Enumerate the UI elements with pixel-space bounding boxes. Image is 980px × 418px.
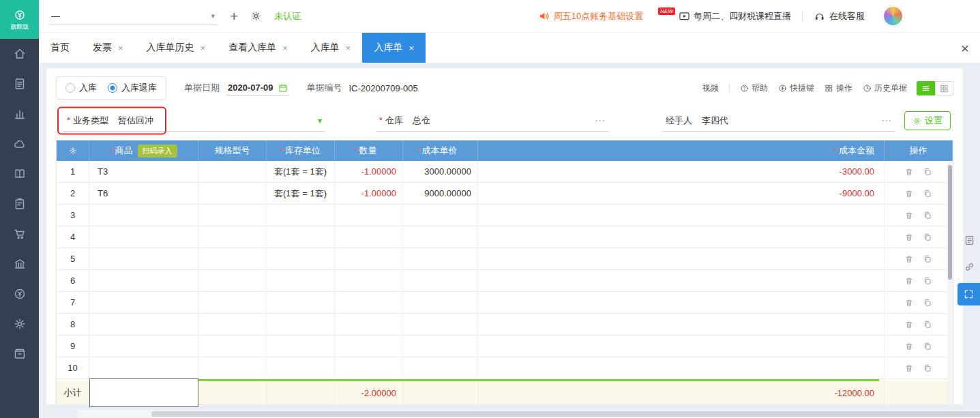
horizontal-scrollbar-thumb[interactable] — [151, 411, 980, 417]
cell-price[interactable] — [403, 270, 478, 291]
delete-row-icon[interactable] — [904, 167, 914, 177]
cell-qty[interactable]: -1.00000 — [335, 161, 403, 182]
cell-unit[interactable] — [267, 314, 335, 335]
business-type-field[interactable]: * 业务类型 暂估回冲 ▾ — [64, 110, 325, 132]
account-set-select[interactable]: — ▾ — [48, 8, 218, 25]
link-history[interactable]: 历史单据 — [863, 83, 907, 94]
table-vertical-scrollbar[interactable] — [947, 162, 953, 404]
sidebar-item-salary[interactable] — [0, 279, 39, 309]
cell-price[interactable]: 3000.00000 — [403, 161, 478, 182]
copy-row-icon[interactable] — [923, 276, 932, 286]
cell-price[interactable] — [403, 314, 478, 335]
sidebar-item-inventory[interactable] — [0, 219, 39, 249]
link-hotkeys[interactable]: 快捷键 — [778, 83, 814, 94]
cell-product[interactable] — [89, 335, 198, 357]
cell-price[interactable] — [403, 357, 478, 378]
copy-row-icon[interactable] — [923, 342, 932, 351]
cell-qty[interactable] — [335, 292, 403, 313]
cell-price[interactable] — [403, 205, 478, 226]
link-help[interactable]: 帮助 — [740, 83, 768, 94]
cell-product[interactable] — [89, 270, 198, 291]
sidebar-item-home[interactable] — [0, 39, 39, 69]
delete-row-icon[interactable] — [904, 276, 914, 286]
cell-qty[interactable] — [335, 248, 403, 269]
copy-row-icon[interactable] — [923, 211, 932, 220]
cell-price[interactable]: 9000.00000 — [403, 183, 478, 204]
cell-unit[interactable]: 套(1套 = 1套) — [267, 161, 335, 182]
cell-amount[interactable] — [478, 226, 885, 248]
cell-amount[interactable] — [478, 335, 885, 357]
tab-close-icon[interactable]: × — [201, 43, 206, 53]
sidebar-item-archive[interactable] — [0, 339, 39, 369]
cell-qty[interactable]: -1.00000 — [335, 183, 403, 204]
add-account-set-button[interactable]: + — [230, 9, 238, 23]
tab-1[interactable]: 发票× — [81, 33, 135, 63]
tab-2[interactable]: 入库单历史× — [135, 33, 218, 63]
cell-spec[interactable] — [198, 357, 267, 378]
copy-row-icon[interactable] — [923, 363, 932, 373]
copy-row-icon[interactable] — [923, 320, 932, 329]
notes-tool-button[interactable] — [958, 230, 980, 250]
ellipsis-icon[interactable]: ⋯ — [595, 115, 606, 127]
cell-product[interactable] — [89, 314, 198, 335]
ellipsis-icon[interactable]: ⋯ — [881, 115, 892, 127]
cell-unit[interactable] — [267, 335, 335, 357]
sidebar-item-settings[interactable] — [0, 309, 39, 339]
new-row-product-cell[interactable] — [89, 378, 198, 407]
cell-spec[interactable] — [198, 205, 267, 226]
cell-spec[interactable] — [198, 270, 267, 291]
cell-price[interactable] — [403, 248, 478, 269]
copy-row-icon[interactable] — [923, 167, 932, 177]
cell-spec[interactable] — [198, 314, 267, 335]
delete-row-icon[interactable] — [904, 233, 914, 242]
cell-product[interactable] — [89, 357, 198, 378]
cell-spec[interactable] — [198, 335, 267, 357]
tab-close-icon[interactable]: × — [409, 43, 414, 53]
list-view-button[interactable] — [917, 81, 935, 95]
card-view-button[interactable] — [935, 81, 953, 95]
avatar[interactable] — [882, 5, 904, 27]
delete-row-icon[interactable] — [904, 342, 914, 351]
cell-amount[interactable] — [478, 270, 885, 291]
cell-amount[interactable]: -3000.00 — [478, 161, 885, 182]
delete-row-icon[interactable] — [904, 320, 914, 329]
sidebar-item-invoice[interactable] — [0, 69, 39, 99]
tab-close-icon[interactable]: × — [346, 43, 351, 53]
link-tool-button[interactable] — [958, 256, 980, 277]
announcement-banner[interactable]: 周五10点账务基础设置 — [538, 10, 643, 23]
cell-spec[interactable] — [198, 161, 267, 182]
cell-unit[interactable] — [267, 226, 335, 248]
live-course-link[interactable]: NEW 每周二、四财税课程直播 — [658, 10, 791, 23]
cell-spec[interactable] — [198, 248, 267, 269]
cell-qty[interactable] — [335, 270, 403, 291]
mode-option-inbound-return[interactable]: 入库退库 — [108, 82, 157, 94]
cell-product[interactable]: T6 — [89, 183, 198, 204]
scrollbar-thumb[interactable] — [948, 165, 952, 280]
delete-row-icon[interactable] — [904, 211, 914, 220]
topbar-settings-button[interactable] — [250, 10, 262, 22]
cell-unit[interactable] — [267, 205, 335, 226]
cell-amount[interactable] — [478, 357, 885, 378]
mode-option-inbound[interactable]: 入库 — [65, 82, 97, 94]
cell-spec[interactable] — [198, 183, 267, 204]
cert-status-link[interactable]: 未认证 — [274, 10, 301, 23]
cell-price[interactable] — [403, 226, 478, 248]
delete-row-icon[interactable] — [904, 298, 914, 308]
doc-date-field[interactable]: 2020-07-09 — [226, 80, 289, 95]
cell-price[interactable] — [403, 292, 478, 313]
tab-4[interactable]: 入库单× — [299, 33, 363, 63]
cell-product[interactable] — [89, 248, 198, 269]
scan-entry-badge[interactable]: 扫码录入 — [138, 145, 177, 158]
tab-close-icon[interactable]: × — [118, 43, 123, 53]
cell-product[interactable] — [89, 292, 198, 313]
delete-row-icon[interactable] — [904, 254, 914, 264]
cell-qty[interactable] — [335, 205, 403, 226]
copy-row-icon[interactable] — [923, 233, 932, 242]
cell-qty[interactable] — [335, 226, 403, 248]
settings-button[interactable]: 设置 — [904, 111, 951, 130]
sidebar-item-report[interactable] — [0, 99, 39, 129]
warehouse-field[interactable]: * 仓库 总仓 ⋯ — [376, 110, 608, 132]
tab-0[interactable]: 首页 — [39, 33, 81, 63]
close-all-tabs-icon[interactable]: × — [961, 41, 969, 55]
link-actions[interactable]: 操作 — [825, 83, 852, 94]
